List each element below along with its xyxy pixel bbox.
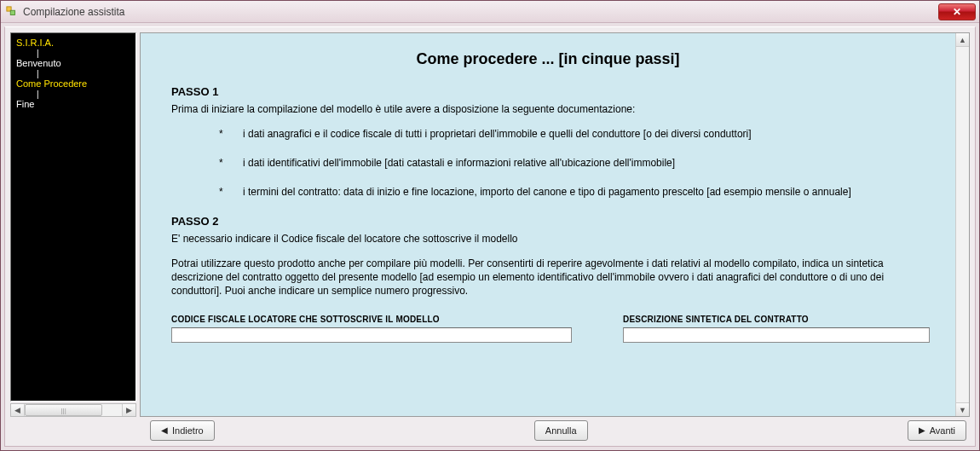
cancel-button[interactable]: Annulla xyxy=(534,420,588,441)
list-item: *i dati anagrafici e il codice fiscale d… xyxy=(219,127,925,141)
back-button-label: Indietro xyxy=(172,425,204,436)
list-item: *i dati identificativi dell'immobile [da… xyxy=(219,156,925,170)
descrizione-input[interactable] xyxy=(623,327,930,343)
scroll-right-icon[interactable]: ▶ xyxy=(122,404,135,416)
step1-bullets: *i dati anagrafici e il codice fiscale d… xyxy=(171,127,925,199)
field-descrizione: DESCRIZIONE SINTETICA DEL CONTRATTO xyxy=(623,315,930,343)
sidebar-item-fine[interactable]: Fine xyxy=(16,98,130,111)
sidebar: S.I.R.I.A. | Benvenuto | Come Procedere … xyxy=(10,32,136,402)
step2-label: PASSO 2 xyxy=(171,215,925,228)
step1-label: PASSO 1 xyxy=(171,85,925,98)
bullet-text: i dati identificativi dell'immobile [dat… xyxy=(243,156,675,170)
codice-fiscale-label: CODICE FISCALE LOCATORE CHE SOTTOSCRIVE … xyxy=(171,315,572,324)
content: Come procedere ... [in cinque passi] PAS… xyxy=(141,33,955,416)
step1-lead: Prima di iniziare la compilazione del mo… xyxy=(171,103,925,115)
titlebar-left: Compilazione assistita xyxy=(6,6,124,18)
scroll-left-icon[interactable]: ◀ xyxy=(11,404,25,416)
bullet-icon: * xyxy=(219,127,228,141)
svg-rect-1 xyxy=(10,10,14,14)
bullet-text: i termini del contratto: data di inizio … xyxy=(243,185,851,199)
footer: ◀ Indietro Annulla ▶ Avanti xyxy=(141,417,975,446)
scroll-track[interactable]: ||| xyxy=(25,404,122,416)
bullet-icon: * xyxy=(219,185,228,199)
scroll-up-icon[interactable]: ▲ xyxy=(956,33,969,47)
fields-row: CODICE FISCALE LOCATORE CHE SOTTOSCRIVE … xyxy=(171,315,925,343)
chevron-left-icon: ◀ xyxy=(161,426,168,435)
close-icon: ✕ xyxy=(953,6,961,18)
codice-fiscale-input[interactable] xyxy=(171,327,572,343)
scroll-down-icon[interactable]: ▼ xyxy=(956,402,969,416)
sidebar-item-siria[interactable]: S.I.R.I.A. xyxy=(16,37,130,49)
scroll-thumb[interactable]: ||| xyxy=(25,404,102,416)
content-vscroll[interactable]: ▲ ▼ xyxy=(955,33,969,416)
app-icon xyxy=(6,6,18,18)
next-button[interactable]: ▶ Avanti xyxy=(908,420,966,441)
window-title: Compilazione assistita xyxy=(23,6,124,18)
cancel-button-label: Annulla xyxy=(545,425,577,436)
sidebar-connector: | xyxy=(16,90,130,98)
sidebar-connector: | xyxy=(16,70,130,78)
titlebar: Compilazione assistita ✕ xyxy=(1,1,979,23)
split-pane: S.I.R.I.A. | Benvenuto | Come Procedere … xyxy=(5,27,975,417)
step2-paragraph: Potrai utilizzare questo prodotto anche … xyxy=(171,257,925,298)
scroll-track[interactable] xyxy=(956,47,969,402)
close-button[interactable]: ✕ xyxy=(938,3,976,20)
sidebar-connector: | xyxy=(16,49,130,57)
bullet-text: i dati anagrafici e il codice fiscale di… xyxy=(243,127,752,141)
footer-center: Annulla xyxy=(222,420,901,441)
list-item: *i termini del contratto: data di inizio… xyxy=(219,185,925,199)
sidebar-item-benvenuto[interactable]: Benvenuto xyxy=(16,57,130,70)
sidebar-hscroll[interactable]: ◀ ||| ▶ xyxy=(10,403,136,417)
descrizione-label: DESCRIZIONE SINTETICA DEL CONTRATTO xyxy=(623,315,930,324)
bullet-icon: * xyxy=(219,156,228,170)
sidebar-wrap: S.I.R.I.A. | Benvenuto | Come Procedere … xyxy=(10,32,136,417)
next-button-label: Avanti xyxy=(930,425,955,436)
chevron-right-icon: ▶ xyxy=(919,426,925,435)
back-button[interactable]: ◀ Indietro xyxy=(150,420,215,441)
page-title: Come procedere ... [in cinque passi] xyxy=(171,50,925,68)
app-window: Compilazione assistita ✕ S.I.R.I.A. | Be… xyxy=(0,0,980,451)
content-wrap: Come procedere ... [in cinque passi] PAS… xyxy=(140,32,970,417)
field-codice-fiscale: CODICE FISCALE LOCATORE CHE SOTTOSCRIVE … xyxy=(171,315,572,343)
sidebar-item-come-procedere[interactable]: Come Procedere xyxy=(16,78,130,90)
step2-lead: E' necessario indicare il Codice fiscale… xyxy=(171,233,925,245)
client-area: S.I.R.I.A. | Benvenuto | Come Procedere … xyxy=(4,26,976,447)
